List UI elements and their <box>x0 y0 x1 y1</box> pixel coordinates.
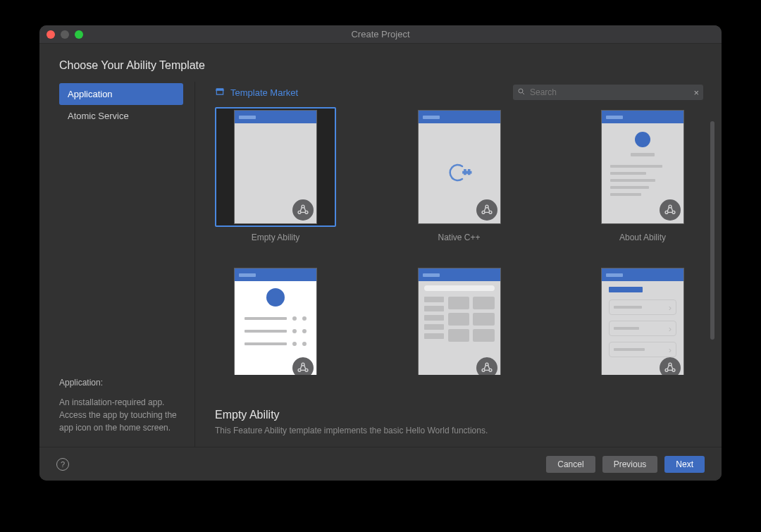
sidebar-item-atomic-service[interactable]: Atomic Service <box>59 105 183 127</box>
svg-point-3 <box>298 211 301 214</box>
page-header: Choose Your Ability Template <box>39 44 722 82</box>
svg-point-17 <box>489 369 492 371</box>
template-thumb <box>215 107 336 227</box>
ability-badge-icon <box>292 357 314 375</box>
category-list: Application Atomic Service <box>59 83 194 127</box>
svg-point-20 <box>672 369 675 371</box>
sidebar-desc-body: An installation-required app. Access the… <box>59 396 182 434</box>
template-thumb: ++ <box>399 107 520 227</box>
template-label: Native C++ <box>438 233 480 242</box>
template-tile-native-cpp[interactable]: ++ Native C++ <box>399 107 520 242</box>
next-button[interactable]: Next <box>664 456 705 473</box>
selected-template-body: This Feature Ability template implements… <box>215 426 703 435</box>
svg-point-14 <box>305 369 308 371</box>
selected-template-description: Empty Ability This Feature Ability templ… <box>195 399 722 447</box>
close-icon[interactable] <box>47 30 55 39</box>
scrollbar[interactable] <box>710 121 714 340</box>
svg-text:++: ++ <box>463 168 471 176</box>
svg-point-11 <box>672 211 675 214</box>
template-preview <box>234 110 317 224</box>
template-gallery: Empty Ability ++ <box>195 107 722 399</box>
template-tile[interactable] <box>215 268 336 375</box>
template-thumb <box>582 107 703 227</box>
search-icon <box>517 87 530 98</box>
template-label: Empty Ability <box>252 233 300 242</box>
cancel-button[interactable]: Cancel <box>546 456 595 473</box>
main-area: Application Atomic Service Application: … <box>39 82 722 447</box>
svg-point-15 <box>485 363 488 366</box>
footer: ? Cancel Previous Next <box>39 447 722 481</box>
ability-badge-icon <box>476 199 497 221</box>
svg-point-13 <box>298 369 301 371</box>
sidebar-description: Application: An installation-required ap… <box>59 376 194 447</box>
svg-point-0 <box>519 89 523 93</box>
svg-point-4 <box>305 211 308 214</box>
template-preview: › › › <box>601 268 684 375</box>
toolbar: Template Market × <box>195 82 722 107</box>
sidebar-item-label: Application <box>68 89 113 99</box>
template-thumb <box>399 268 520 375</box>
template-tile[interactable] <box>399 268 520 375</box>
svg-point-7 <box>482 211 485 214</box>
svg-point-19 <box>665 369 668 371</box>
svg-point-8 <box>489 211 492 214</box>
svg-point-16 <box>482 369 485 371</box>
search-box[interactable]: × <box>513 85 703 100</box>
template-thumb: › › › <box>582 268 703 375</box>
template-tile-empty-ability[interactable]: Empty Ability <box>215 107 336 242</box>
template-market-label: Template Market <box>230 87 298 98</box>
ability-badge-icon <box>476 357 497 375</box>
template-preview <box>601 110 684 224</box>
sidebar-item-application[interactable]: Application <box>59 83 183 105</box>
ability-badge-icon <box>292 199 314 221</box>
ability-badge-icon <box>660 357 681 375</box>
previous-button[interactable]: Previous <box>602 456 658 473</box>
create-project-window: Create Project Choose Your Ability Templ… <box>39 25 722 481</box>
template-preview <box>234 268 317 375</box>
search-input[interactable] <box>530 87 693 97</box>
svg-point-9 <box>669 205 672 208</box>
titlebar: Create Project <box>39 25 722 44</box>
svg-line-1 <box>523 92 525 94</box>
template-tile-about-ability[interactable]: About Ability <box>582 107 703 242</box>
svg-point-6 <box>485 205 488 208</box>
svg-point-12 <box>302 363 304 366</box>
sidebar: Application Atomic Service Application: … <box>39 82 194 447</box>
maximize-icon[interactable] <box>75 30 83 39</box>
clear-search-icon[interactable]: × <box>693 87 699 98</box>
template-thumb <box>215 268 336 375</box>
svg-point-10 <box>665 211 668 214</box>
window-body: Choose Your Ability Template Application… <box>39 44 722 481</box>
selected-template-title: Empty Ability <box>215 409 703 421</box>
svg-point-18 <box>669 363 672 366</box>
template-preview: ++ <box>418 110 501 224</box>
template-tile[interactable]: › › › <box>582 268 703 375</box>
help-icon[interactable]: ? <box>56 458 69 471</box>
cpp-icon: ++ <box>445 159 474 189</box>
template-grid: Empty Ability ++ <box>215 107 703 375</box>
window-title: Create Project <box>39 29 722 39</box>
store-icon <box>215 87 225 99</box>
ability-badge-icon <box>660 199 681 221</box>
template-preview <box>418 268 501 375</box>
page-title: Choose Your Ability Template <box>59 59 702 72</box>
template-market-link[interactable]: Template Market <box>215 87 298 99</box>
sidebar-desc-title: Application: <box>59 376 182 389</box>
sidebar-item-label: Atomic Service <box>68 111 129 121</box>
template-label: About Ability <box>619 233 666 242</box>
minimize-icon[interactable] <box>61 30 69 39</box>
right-panel: Template Market × <box>194 82 722 447</box>
svg-point-2 <box>302 205 304 208</box>
window-controls <box>47 30 83 39</box>
